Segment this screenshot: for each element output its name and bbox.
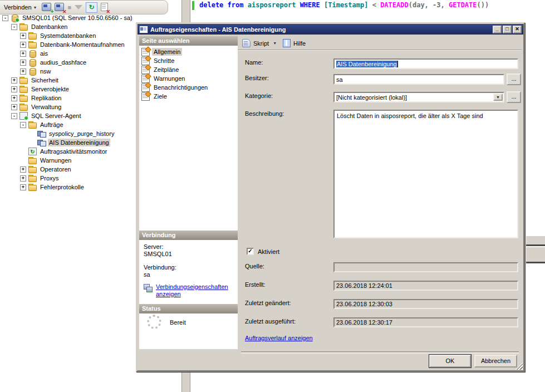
folder-icon <box>19 94 28 102</box>
connection-label: Verbindung: <box>144 264 176 271</box>
agent-icon <box>19 112 28 120</box>
disconnect-server-button[interactable]: ✕ <box>55 3 64 12</box>
sql-statement: delete from aisposreport WHERE [Timestam… <box>199 1 489 9</box>
sql-token: [Timestamp] <box>324 1 372 9</box>
expand-icon[interactable]: + <box>11 86 17 92</box>
connect-label: Verbinden <box>4 4 32 11</box>
category-select[interactable]: [Nicht kategorisiert (lokal)] ▼ <box>333 92 504 102</box>
folder-icon <box>28 32 37 40</box>
collapse-icon[interactable]: - <box>11 24 17 30</box>
description-label: Beschreibung: <box>245 110 284 117</box>
help-icon <box>283 39 291 47</box>
script-delete-button[interactable]: ✕ <box>101 3 108 12</box>
script-icon <box>242 39 251 47</box>
page-icon <box>141 75 150 83</box>
object-explorer-toolbar: Verbinden ▼ + ✕ ■ ↻ ✕ <box>0 0 168 14</box>
cancel-button[interactable]: Abbrechen <box>474 355 517 367</box>
enabled-checkbox[interactable]: ✓ <box>247 248 254 255</box>
dialog-titlebar[interactable]: Auftragseigenschaften - AIS Datenbereini… <box>138 24 523 35</box>
owner-browse-button[interactable]: ... <box>507 74 521 85</box>
created-field: 23.06.2018 12:24:01 <box>333 281 518 291</box>
page-icon <box>141 57 150 65</box>
name-label: Name: <box>245 59 263 66</box>
owner-input[interactable]: sa <box>333 74 504 85</box>
expand-icon[interactable]: + <box>20 166 26 173</box>
modified-field: 23.06.2018 12:30:03 <box>333 299 518 309</box>
expand-icon[interactable]: + <box>20 42 26 48</box>
connect-button[interactable]: Verbinden ▼ <box>2 3 38 12</box>
select-page-header: Seite auswählen <box>139 36 238 46</box>
refresh-button[interactable]: ↻ <box>86 2 97 13</box>
folder-icon <box>28 156 37 164</box>
script-button[interactable]: Skript <box>253 40 269 47</box>
connection-properties-icon <box>144 284 153 292</box>
tree-item-server[interactable]: - SMSQL01 (SQL Server 10.50.6560 - sa) <box>2 13 181 22</box>
collapse-icon[interactable]: - <box>11 113 17 119</box>
sql-token: ()) <box>477 1 489 9</box>
ok-button[interactable]: OK <box>429 355 471 367</box>
name-input[interactable]: AIS Datenbereinigung <box>333 58 518 69</box>
category-browse-button[interactable]: ... <box>507 91 521 103</box>
activity-monitor-icon: ↻ <box>28 148 37 155</box>
expand-icon[interactable]: + <box>11 104 17 110</box>
chevron-down-icon: ▼ <box>33 6 37 9</box>
sql-token: DATEADD <box>380 1 409 9</box>
expand-icon[interactable]: + <box>20 60 26 66</box>
filter-icon[interactable] <box>75 5 82 9</box>
page-icon <box>141 48 150 56</box>
ssms-window: Verbinden ▼ + ✕ ■ ↻ ✕ - SMSQL0 <box>0 0 545 392</box>
connection-value: sa <box>144 271 150 278</box>
folder-icon <box>28 165 37 173</box>
chevron-down-icon[interactable]: ▼ <box>273 41 277 45</box>
close-button[interactable]: ✕ <box>513 26 522 33</box>
page-item-allgemein[interactable]: Allgemein <box>139 47 238 56</box>
database-icon <box>28 50 37 57</box>
sql-token: WHERE <box>300 1 324 9</box>
page-item-zeitplaene[interactable]: Zeitpläne <box>139 65 238 74</box>
minimize-button[interactable]: _ <box>493 26 502 33</box>
expand-icon[interactable]: + <box>20 51 26 57</box>
help-button[interactable]: Hilfe <box>293 40 306 47</box>
expander-spacer <box>29 140 35 146</box>
page-item-warnungen[interactable]: Warnungen <box>139 74 238 83</box>
server-value: SMSQL01 <box>144 251 172 257</box>
job-history-link[interactable]: Auftragsverlauf anzeigen <box>245 335 313 341</box>
expander-spacer <box>29 131 35 137</box>
description-textarea[interactable]: Löscht Daten in aisposreport, die älter … <box>333 110 518 238</box>
expand-icon[interactable]: + <box>20 68 26 75</box>
enabled-label: Aktiviert <box>258 248 279 255</box>
server-icon <box>11 14 19 22</box>
expand-icon[interactable]: + <box>11 95 17 101</box>
page-icon <box>141 84 150 92</box>
job-icon <box>37 139 46 146</box>
status-header: Status <box>139 304 238 313</box>
chevron-down-icon[interactable]: ▼ <box>493 94 503 101</box>
last-run-label: Zuletzt ausgeführt: <box>245 318 296 325</box>
collapse-icon[interactable]: - <box>20 122 26 128</box>
expand-icon[interactable]: + <box>20 33 26 39</box>
folder-icon <box>28 183 37 191</box>
background-panel-edge <box>526 236 545 246</box>
button-separator <box>241 351 519 354</box>
dialog-toolbar: Skript ▼ Hilfe <box>238 36 522 51</box>
stop-button[interactable]: ■ <box>67 4 71 11</box>
connect-server-button[interactable]: + <box>42 3 51 12</box>
page-item-schritte[interactable]: Schritte <box>139 56 238 65</box>
connection-properties-link[interactable]: Verbindungseigenschaften anzeigen <box>156 283 234 298</box>
database-icon <box>28 58 37 66</box>
job-properties-dialog: Auftragseigenschaften - AIS Datenbereini… <box>136 22 525 372</box>
collapse-icon[interactable]: - <box>2 15 8 21</box>
page-item-benachrichtigungen[interactable]: Benachrichtigungen <box>139 83 238 92</box>
folder-icon <box>19 103 28 111</box>
page-item-ziele[interactable]: Ziele <box>139 92 238 101</box>
sql-token: GETDATE <box>449 1 477 9</box>
source-field <box>333 262 518 272</box>
expand-icon[interactable]: + <box>20 184 26 190</box>
expand-icon[interactable]: + <box>20 175 26 182</box>
database-icon <box>28 67 37 75</box>
owner-label: Besitzer: <box>245 75 269 81</box>
expand-icon[interactable]: + <box>11 77 17 84</box>
maximize-button[interactable]: □ <box>503 26 512 33</box>
modified-label: Zuletzt geändert: <box>245 300 291 306</box>
progress-spinner-icon <box>147 315 161 329</box>
